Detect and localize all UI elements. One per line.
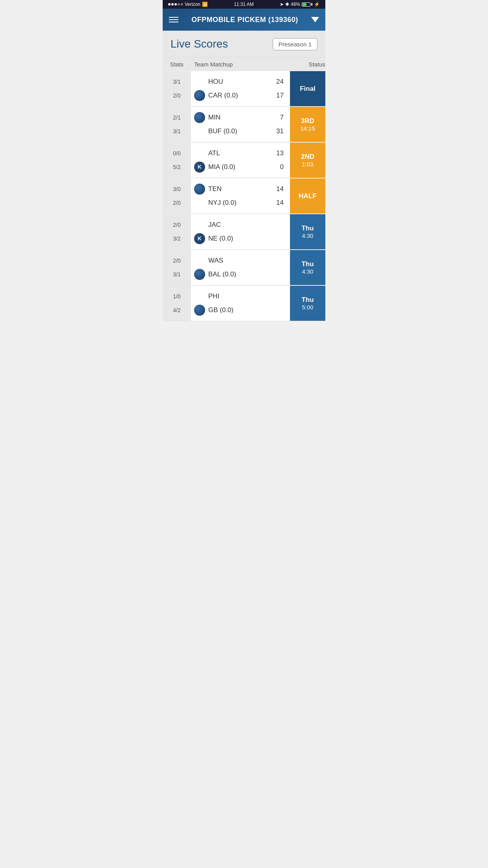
- team1-stat: 2/1: [173, 114, 180, 121]
- team1-row: ATL13: [194, 148, 287, 159]
- game-stats: 1/04/2: [163, 286, 191, 321]
- game-row[interactable]: 2/03/1WASBAL (0.0)Thu4:30: [163, 250, 325, 285]
- game-stats: 0/05/2: [163, 143, 191, 178]
- team1-stat: 2/0: [173, 222, 180, 228]
- game-teams: MIN7BUF (0.0)31: [191, 107, 290, 142]
- game-stats: 3/12/0: [163, 71, 191, 106]
- team2-score: 17: [274, 92, 284, 99]
- status-line1: Thu: [301, 260, 314, 268]
- location-icon: ➤: [280, 2, 284, 7]
- game-stats: 2/03/1: [163, 250, 191, 285]
- game-status-badge: Thu4:30: [290, 214, 325, 249]
- game-teams: PHIGB (0.0): [191, 286, 290, 321]
- games-list: 3/12/0HOU24CAR (0.0)17Final2/13/1MIN7BUF…: [163, 71, 325, 321]
- team1-score: 24: [274, 78, 284, 86]
- status-line1: Thu: [301, 224, 314, 232]
- team1-score: 7: [274, 114, 284, 121]
- status-line1: 3RD: [301, 117, 314, 125]
- team2-name: BAL (0.0): [208, 270, 271, 278]
- team1-row: PHI: [194, 291, 287, 302]
- bluetooth-icon: ✱: [285, 2, 289, 7]
- game-status-badge: 2ND1:03: [290, 143, 325, 178]
- game-row[interactable]: 0/05/2ATL13KMIA (0.0)02ND1:03: [163, 143, 325, 178]
- dropdown-button[interactable]: [311, 17, 319, 22]
- team2-stat: 5/2: [173, 164, 180, 170]
- menu-button[interactable]: [169, 17, 178, 22]
- team1-stat: 0/0: [173, 150, 180, 156]
- status-line1: 2ND: [301, 153, 314, 161]
- team1-name: HOU: [208, 78, 271, 86]
- team2-stat: 2/0: [173, 200, 180, 206]
- team2-name: GB (0.0): [208, 306, 271, 314]
- status-line2: 1:03: [302, 161, 313, 167]
- stats-header: Stats: [163, 61, 191, 68]
- signal-icon: [168, 3, 183, 6]
- team2-stat: 3/2: [173, 235, 180, 242]
- team2-row: NYJ (0.0)14: [194, 197, 287, 208]
- team2-icon: K: [194, 233, 205, 244]
- page-title: Live Scores: [171, 38, 228, 50]
- team2-icon: [194, 269, 205, 280]
- team1-stat: 3/0: [173, 186, 180, 192]
- status-line2: 5:00: [302, 304, 313, 311]
- status-line2: 4:30: [302, 268, 313, 275]
- game-row[interactable]: 3/02/0TEN14NYJ (0.0)14HALF: [163, 178, 325, 214]
- season-selector[interactable]: Preseason 1: [273, 38, 317, 50]
- team2-row: CAR (0.0)17: [194, 90, 287, 101]
- column-headers: Stats Team Matchup Status: [163, 57, 325, 71]
- app-title: OFPMOBILE PICKEM (139360): [191, 16, 298, 24]
- team2-icon: [194, 90, 205, 101]
- carrier-label: Verizon: [185, 2, 200, 7]
- team2-name: MIA (0.0): [208, 163, 271, 171]
- team2-row: GB (0.0): [194, 305, 287, 316]
- team2-name: NYJ (0.0): [208, 199, 271, 207]
- game-teams: WASBAL (0.0): [191, 250, 290, 285]
- game-teams: TEN14NYJ (0.0)14: [191, 178, 290, 213]
- game-status-badge: Thu5:00: [290, 286, 325, 321]
- team2-stat: 3/1: [173, 128, 180, 134]
- game-status-badge: Thu4:30: [290, 250, 325, 285]
- page-title-area: Live Scores Preseason 1: [163, 31, 325, 57]
- game-teams: JACKNE (0.0): [191, 214, 290, 249]
- team1-name: ATL: [208, 149, 271, 157]
- team1-name: JAC: [208, 221, 271, 229]
- game-row[interactable]: 1/04/2PHIGB (0.0)Thu5:00: [163, 286, 325, 321]
- team1-name: PHI: [208, 292, 271, 300]
- team2-stat: 2/0: [173, 92, 180, 99]
- team2-icon: [194, 305, 205, 316]
- team1-stat: 2/0: [173, 257, 180, 264]
- game-teams: ATL13KMIA (0.0)0: [191, 143, 290, 178]
- team2-row: KNE (0.0): [194, 233, 287, 244]
- status-left: Verizon 📶: [168, 2, 208, 7]
- game-teams: HOU24CAR (0.0)17: [191, 71, 290, 106]
- team1-stat: 1/0: [173, 293, 180, 300]
- status-line2: 4:30: [302, 232, 313, 239]
- team2-score: 14: [274, 199, 284, 207]
- status-time: 11:31 AM: [234, 2, 254, 7]
- battery-icon: [302, 2, 312, 7]
- game-stats: 2/03/2: [163, 214, 191, 249]
- matchup-header: Team Matchup: [191, 61, 290, 68]
- status-line2: 14:15: [300, 125, 315, 132]
- team2-icon: K: [194, 162, 205, 173]
- game-status-badge: HALF: [290, 178, 325, 213]
- team2-row: BAL (0.0): [194, 269, 287, 280]
- team2-stat: 3/1: [173, 271, 180, 278]
- game-row[interactable]: 3/12/0HOU24CAR (0.0)17Final: [163, 71, 325, 107]
- game-row[interactable]: 2/13/1MIN7BUF (0.0)313RD14:15: [163, 107, 325, 142]
- team2-score: 0: [274, 163, 284, 171]
- team1-row: TEN14: [194, 184, 287, 195]
- team1-row: WAS: [194, 255, 287, 266]
- status-header: Status: [290, 61, 325, 68]
- team1-icon: [194, 184, 205, 195]
- status-line1: HALF: [299, 192, 316, 200]
- game-row[interactable]: 2/03/2JACKNE (0.0)Thu4:30: [163, 214, 325, 250]
- team1-name: MIN: [208, 114, 271, 121]
- team2-name: CAR (0.0): [208, 92, 271, 99]
- status-line1: Final: [300, 85, 316, 93]
- status-line1: Thu: [301, 296, 314, 304]
- wifi-icon: 📶: [202, 2, 208, 7]
- charging-icon: ⚡: [314, 2, 320, 7]
- battery-label: 46%: [291, 2, 300, 7]
- team1-score: 14: [274, 185, 284, 193]
